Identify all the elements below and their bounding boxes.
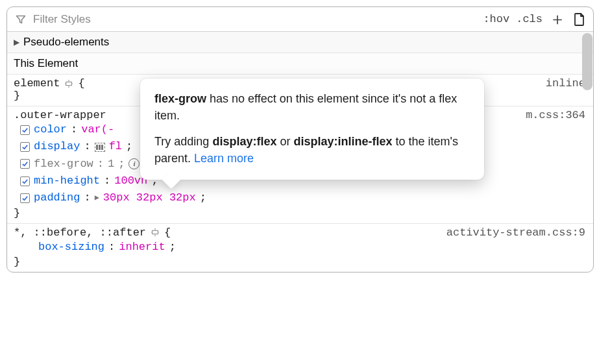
semicolon: ; <box>126 138 132 155</box>
tooltip-text: Try adding <box>154 135 212 148</box>
tooltip-paragraph: flex-grow has no effect on this element … <box>154 90 470 124</box>
css-value-inactive[interactable]: 1 <box>108 156 114 173</box>
tooltip-paragraph: Try adding display:flex or display:inlin… <box>154 133 470 167</box>
colon: : <box>84 189 90 206</box>
stylesheet-icon[interactable] <box>572 12 587 27</box>
this-element-header: This Element <box>7 53 593 75</box>
cls-toggle[interactable]: .cls <box>516 12 543 27</box>
vertical-scrollbar-thumb[interactable] <box>582 33 592 90</box>
highlight-target-icon[interactable] <box>150 227 160 237</box>
selector-text[interactable]: element <box>14 77 60 90</box>
new-rule-button[interactable]: ＋ <box>549 12 566 27</box>
pseudo-elements-header[interactable]: ▶ Pseudo-elements <box>7 32 593 53</box>
open-brace: { <box>78 77 84 90</box>
open-brace: { <box>164 226 171 239</box>
rule-source-link[interactable]: activity-stream.css:9 <box>446 226 585 239</box>
declaration-row: box-sizing: inherit; <box>14 239 587 256</box>
flex-swatch-icon[interactable] <box>95 142 105 152</box>
colon: : <box>97 156 104 173</box>
rule-universal: *, ::before, ::after { activity-stream.c… <box>7 224 593 272</box>
css-value[interactable]: var(- <box>81 121 114 138</box>
css-property[interactable]: color <box>34 121 67 138</box>
semicolon: ; <box>169 239 176 256</box>
semicolon: ; <box>118 156 125 173</box>
close-brace: } <box>14 256 587 268</box>
declaration-toggle-checkbox[interactable] <box>20 193 30 203</box>
svg-rect-5 <box>152 231 158 234</box>
colon: : <box>108 239 115 256</box>
filter-styles-input[interactable] <box>33 13 475 26</box>
expand-shorthand-icon[interactable]: ▶ <box>95 192 99 204</box>
colon: : <box>71 121 77 138</box>
declaration-toggle-checkbox[interactable] <box>20 159 30 169</box>
tooltip-prop-name: flex-grow <box>154 92 206 105</box>
hov-toggle[interactable]: :hov <box>483 12 509 27</box>
toolbar-right: :hov .cls ＋ <box>483 12 587 27</box>
styles-toolbar: :hov .cls ＋ <box>7 7 593 32</box>
css-property[interactable]: display <box>34 138 80 155</box>
declaration-toggle-checkbox[interactable] <box>20 142 30 152</box>
styles-panel: :hov .cls ＋ ▶ Pseudo-elements This Eleme… <box>6 6 594 273</box>
close-brace: } <box>14 207 587 219</box>
selector-text[interactable]: *, ::before, ::after <box>14 226 146 239</box>
colon: : <box>104 173 110 189</box>
css-value[interactable]: fl <box>109 138 122 155</box>
tooltip-code: display:flex <box>212 135 276 148</box>
css-property[interactable]: padding <box>34 189 80 206</box>
css-value[interactable]: 30px 32px 32px <box>103 189 196 206</box>
selector-text[interactable]: .outer-wrapper <box>14 109 106 121</box>
inactive-css-tooltip: flex-grow has no effect on this element … <box>140 79 484 180</box>
css-property-inactive[interactable]: flex-grow <box>34 156 93 173</box>
declaration-row: padding: ▶ 30px 32px 32px; <box>14 189 587 206</box>
rule-source-link[interactable]: m.css:364 <box>526 109 585 121</box>
this-element-title: This Element <box>14 57 78 70</box>
learn-more-link[interactable]: Learn more <box>194 152 254 165</box>
tooltip-text: or <box>276 135 293 148</box>
tooltip-code: display:inline-flex <box>293 135 392 148</box>
declaration-toggle-checkbox[interactable] <box>20 176 30 186</box>
filter-wrap <box>14 12 475 27</box>
css-value[interactable]: inherit <box>119 239 165 256</box>
filter-icon <box>14 12 28 27</box>
inactive-css-info-icon[interactable]: i <box>128 158 140 169</box>
pseudo-elements-title: Pseudo-elements <box>23 36 109 49</box>
semicolon: ; <box>200 189 206 206</box>
declaration-toggle-checkbox[interactable] <box>20 125 30 135</box>
css-property[interactable]: min-height <box>34 173 100 189</box>
css-property[interactable]: box-sizing <box>38 239 104 256</box>
rule-source-link[interactable]: inline <box>546 77 585 90</box>
highlight-target-icon[interactable] <box>64 79 74 89</box>
disclosure-triangle-icon: ▶ <box>14 38 19 47</box>
svg-rect-0 <box>66 82 72 85</box>
colon: : <box>84 138 90 155</box>
